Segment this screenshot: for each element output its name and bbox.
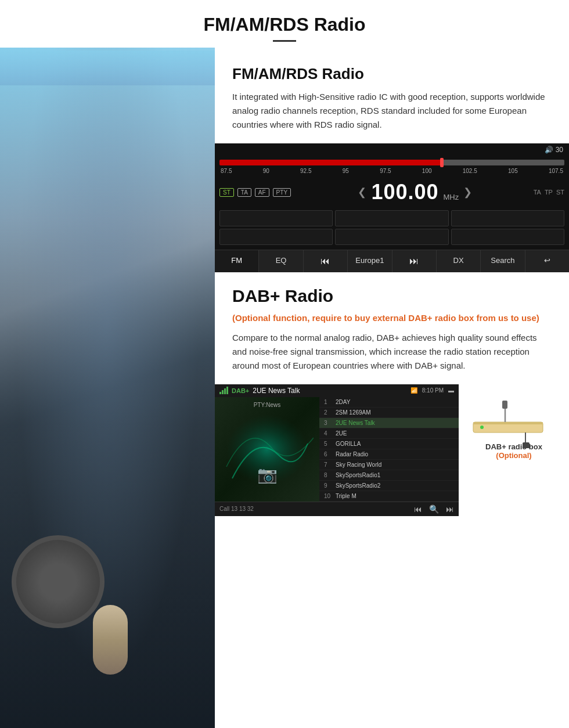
dab-box-svg xyxy=(467,390,560,448)
right-panel: FM/AM/RDS Radio It integrated with High-… xyxy=(215,48,569,728)
freq-prev-button[interactable]: ❮ xyxy=(358,186,366,199)
next-button[interactable]: ⏭ xyxy=(392,250,437,272)
radio-right-badges: TA TP ST xyxy=(534,189,564,196)
dx-button[interactable]: DX xyxy=(437,250,481,272)
dab-section-title: DAB+ Radio xyxy=(232,286,552,306)
badge-st[interactable]: ST xyxy=(219,188,234,197)
dab-station-9[interactable]: 9 SkySportsRadio2 xyxy=(319,481,459,491)
fm-section-description: It integrated with High-Sensitive radio … xyxy=(232,90,552,132)
radio-header: 🔊 30 xyxy=(215,143,569,156)
svg-rect-6 xyxy=(523,442,530,448)
page-title: FM/AM/RDS Radio xyxy=(0,14,569,35)
radio-ui-mockup: 🔊 30 87.5 90 92.5 95 97.5 100 102.5 105 … xyxy=(215,143,569,272)
badge-af[interactable]: AF xyxy=(255,188,269,197)
radio-bottom-bar: FM EQ ⏮ Europe1 ⏭ DX Search ↩ xyxy=(215,250,569,272)
preset-btn-3[interactable] xyxy=(451,210,564,226)
dab-optional-text: (Optional function, require to buy exter… xyxy=(232,312,552,325)
dab-time: 8:10 PM xyxy=(422,387,444,394)
radio-badges: ST TA AF PTY xyxy=(219,188,291,197)
dab-header-left: DAB+ 2UE News Talk xyxy=(219,387,300,395)
dab-bottom-area: DAB+ 2UE News Talk 📶 8:10 PM ▬ PTY:News xyxy=(215,384,569,528)
dab-station-5[interactable]: 5 GORILLA xyxy=(319,439,459,449)
freq-display: ❮ 100.00 MHz ❯ xyxy=(297,180,534,204)
preset-btn-5[interactable] xyxy=(335,229,448,245)
dab-box-image xyxy=(467,390,560,437)
dab-section: DAB+ Radio (Optional function, require t… xyxy=(215,272,569,384)
dab-station-6[interactable]: 6 Radar Radio xyxy=(319,449,459,460)
preset-area xyxy=(215,208,569,250)
volume-icon: 🔊 xyxy=(545,146,553,154)
dab-main: PTY:News 📷 xyxy=(215,397,459,502)
signal-bars xyxy=(219,387,228,394)
prev-button[interactable]: ⏮ xyxy=(304,250,348,272)
dab-section-description: Compare to the normal analog radio, DAB+… xyxy=(232,331,552,373)
main-content: FM/AM/RDS Radio It integrated with High-… xyxy=(0,48,569,728)
dab-station-4[interactable]: 4 2UE xyxy=(319,428,459,439)
freq-thumb xyxy=(440,158,444,167)
dab-prev-button[interactable]: ⏮ xyxy=(414,504,422,514)
freq-number: 100.00 xyxy=(371,180,438,204)
camera-icon: 📷 xyxy=(257,465,278,484)
preset-btn-2[interactable] xyxy=(335,210,448,226)
fm-section: FM/AM/RDS Radio It integrated with High-… xyxy=(215,48,569,143)
dab-artwork: PTY:News 📷 xyxy=(215,397,319,502)
dab-station-8[interactable]: 8 SkySportsRadio1 xyxy=(319,470,459,481)
search-button[interactable]: Search xyxy=(481,250,525,272)
signal-bar-1 xyxy=(219,392,221,394)
radio-controls-row: ST TA AF PTY ❮ 100.00 MHz ❯ TA TP ST xyxy=(215,176,569,208)
preset-btn-6[interactable] xyxy=(451,229,564,245)
battery-icon: ▬ xyxy=(448,387,454,394)
badge-ta[interactable]: TA xyxy=(237,188,251,197)
dab-station-2[interactable]: 2 2SM 1269AM xyxy=(319,408,459,418)
preset-btn-4[interactable] xyxy=(219,229,333,245)
dab-call-sign: Call 13 13 32 xyxy=(219,506,254,512)
steering-wheel xyxy=(12,535,105,628)
dab-next-button[interactable]: ⏭ xyxy=(446,504,454,514)
gear-shift xyxy=(93,605,128,675)
dab-box-optional: (Optional) xyxy=(496,451,531,460)
eq-button[interactable]: EQ xyxy=(259,250,303,272)
fm-button[interactable]: FM xyxy=(215,250,259,272)
freq-slider-container: 87.5 90 92.5 95 97.5 100 102.5 105 107.5 xyxy=(215,156,569,176)
dab-station-7[interactable]: 7 Sky Racing World xyxy=(319,460,459,470)
dab-search-button[interactable]: 🔍 xyxy=(429,504,439,514)
page-header: FM/AM/RDS Radio xyxy=(0,0,569,48)
back-button[interactable]: ↩ xyxy=(525,250,569,272)
dab-label: DAB+ xyxy=(232,387,249,394)
europe1-button[interactable]: Europe1 xyxy=(348,250,392,272)
dab-header-right: 📶 8:10 PM ▬ xyxy=(410,387,454,394)
freq-unit: MHz xyxy=(444,193,459,201)
dab-controls: ⏮ 🔍 ⏭ xyxy=(414,504,454,514)
signal-bar-3 xyxy=(224,388,226,394)
signal-bar-2 xyxy=(222,390,224,394)
svg-rect-2 xyxy=(473,422,543,424)
dab-station-1[interactable]: 1 2DAY xyxy=(319,397,459,408)
dab-footer: Call 13 13 32 ⏮ 🔍 ⏭ xyxy=(215,502,459,516)
dab-station-name: 2UE News Talk xyxy=(253,387,300,395)
dab-ui-mockup: DAB+ 2UE News Talk 📶 8:10 PM ▬ PTY:News xyxy=(215,384,459,516)
freq-next-button[interactable]: ❯ xyxy=(463,186,472,199)
dab-header: DAB+ 2UE News Talk 📶 8:10 PM ▬ xyxy=(215,384,459,397)
dab-station-10[interactable]: 10 Triple M xyxy=(319,491,459,502)
badge-pty[interactable]: PTY xyxy=(273,188,291,197)
dab-station-list: 1 2DAY 2 2SM 1269AM 3 2UE News Talk 4 xyxy=(319,397,459,502)
pty-label: PTY:News xyxy=(254,402,281,408)
preset-btn-1[interactable] xyxy=(219,210,333,226)
header-divider xyxy=(273,40,296,42)
dab-station-3[interactable]: 3 2UE News Talk xyxy=(319,418,459,428)
dab-box-area: DAB+ radio box (Optional) xyxy=(459,384,566,466)
car-background xyxy=(0,48,215,728)
signal-bar-4 xyxy=(226,387,228,394)
dashboard-top xyxy=(0,51,215,85)
wifi-icon: 📶 xyxy=(410,387,417,394)
freq-bar xyxy=(219,160,564,165)
svg-rect-4 xyxy=(502,401,507,409)
freq-labels: 87.5 90 92.5 95 97.5 100 102.5 105 107.5 xyxy=(219,168,564,174)
volume-value: 30 xyxy=(556,146,563,154)
fm-section-title: FM/AM/RDS Radio xyxy=(232,65,552,83)
svg-point-7 xyxy=(480,426,484,429)
